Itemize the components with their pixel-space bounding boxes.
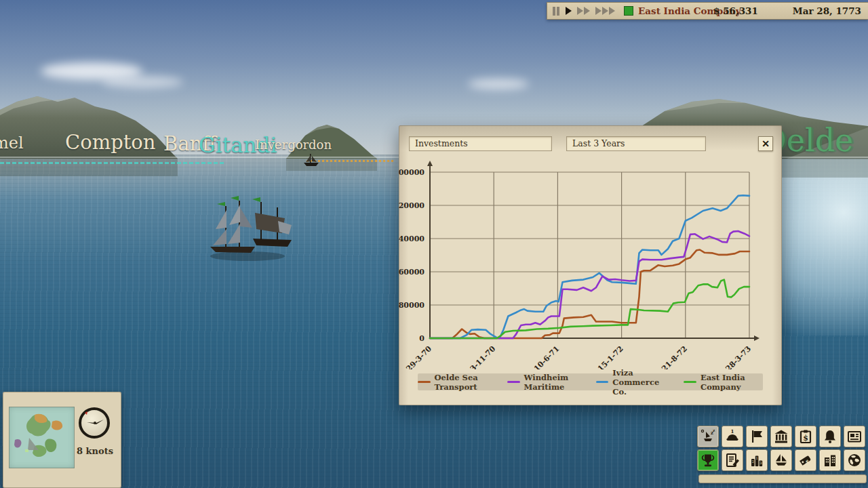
svg-text:15-1-72: 15-1-72 — [596, 344, 625, 369]
svg-text:80000: 80000 — [399, 301, 425, 310]
bank-icon — [773, 428, 789, 445]
svg-text:$: $ — [803, 434, 808, 443]
svg-text:21-8-72: 21-8-72 — [660, 344, 689, 369]
svg-text:29-3-70: 29-3-70 — [404, 344, 433, 369]
minimized-panel-bar[interactable] — [698, 474, 867, 483]
svg-text:1: 1 — [731, 428, 734, 434]
legend-label: Oelde Sea Transport — [435, 373, 498, 392]
town-label-mel[interactable]: mel — [0, 134, 24, 152]
svg-text:3-11-70: 3-11-70 — [469, 344, 498, 369]
svg-text:320000: 320000 — [399, 201, 425, 210]
toolbar-button-flag[interactable] — [746, 426, 768, 447]
player-ships[interactable] — [190, 187, 292, 267]
legend-item: Windheim Maritime — [507, 373, 587, 392]
town-label-invergordon[interactable]: Invergordon — [255, 138, 332, 152]
statistics-icon: 213 — [749, 452, 765, 468]
world-map-icon — [846, 452, 863, 468]
toolbar-button-fleet[interactable] — [770, 449, 792, 471]
legend-item: Iviza Commerce Co. — [596, 368, 675, 396]
legend-item: Oelde Sea Transport — [418, 373, 498, 392]
svg-text:400000: 400000 — [399, 168, 425, 177]
toolbar-button-city-overview[interactable] — [819, 449, 841, 471]
minimap-panel: 8 knots — [3, 392, 121, 488]
legend-swatch — [418, 381, 431, 383]
legend-swatch — [684, 381, 696, 383]
money-display: $ 56,331 — [702, 5, 770, 16]
statistics-panel: Investments Last 3 Years ✕ 0800001600002… — [399, 125, 782, 405]
date-display: Mar 28, 1773 — [793, 5, 861, 16]
toolbar-row-2: 213$ — [697, 449, 865, 471]
finances-icon: $ — [797, 428, 814, 445]
speed-controls — [553, 7, 616, 16]
company-color-chip — [624, 6, 633, 16]
svg-text:2: 2 — [752, 460, 754, 464]
toolbar-button-bank[interactable] — [770, 426, 792, 447]
pause-button[interactable] — [553, 7, 561, 16]
svg-text:10-6-71: 10-6-71 — [532, 344, 561, 369]
legend-swatch — [507, 381, 520, 383]
contracts-icon — [724, 452, 741, 468]
moored-ship-icon: zz — [700, 428, 716, 445]
svg-text:0: 0 — [419, 334, 425, 343]
investments-chart: 08000016000024000032000040000029-3-703-1… — [399, 125, 782, 369]
svg-text:160000: 160000 — [399, 268, 425, 277]
achievements-icon — [700, 452, 716, 468]
legend-item: East India Company — [684, 373, 763, 392]
fleet-icon — [773, 452, 789, 468]
svg-text:240000: 240000 — [399, 235, 425, 243]
svg-text:28-3-73: 28-3-73 — [724, 344, 753, 369]
toolbar-button-contracts[interactable] — [722, 449, 743, 471]
flag-icon — [749, 428, 765, 445]
distant-ship[interactable] — [301, 152, 321, 168]
town-label-compton[interactable]: Compton — [65, 131, 156, 154]
trade-route-line — [0, 162, 224, 164]
game-screen: mel Compton Banff Gitandi Invergordon Oe… — [0, 0, 868, 488]
toolbar-button-captain[interactable]: 1 — [722, 426, 743, 447]
toolbar-button-achievements[interactable] — [697, 449, 719, 471]
play-button[interactable] — [566, 7, 572, 15]
svg-text:3: 3 — [760, 461, 762, 465]
toolbar-button-statistics[interactable]: 213 — [746, 449, 768, 471]
toolbar-button-newspaper[interactable] — [844, 426, 865, 447]
newspaper-icon — [846, 428, 863, 445]
legend-label: Windheim Maritime — [524, 373, 587, 392]
speed-knots-label: 8 knots — [73, 446, 117, 456]
svg-text:z: z — [713, 428, 715, 432]
legend-label: East India Company — [701, 373, 763, 392]
legend-swatch — [596, 381, 609, 383]
compass — [79, 407, 110, 439]
fastest-forward-button[interactable] — [595, 7, 616, 15]
svg-text:1: 1 — [756, 456, 758, 460]
toolbar-row-1: zz1$ — [697, 426, 865, 447]
status-bar: East India Company $ 56,331 Mar 28, 1773 — [547, 2, 868, 20]
toolbar-button-moored-ship[interactable]: zz — [697, 426, 719, 447]
toolbar-button-trade-prices[interactable]: $ — [795, 449, 816, 471]
legend-label: Iviza Commerce Co. — [612, 368, 674, 396]
chart-legend: Oelde Sea TransportWindheim MaritimeIviz… — [418, 373, 763, 390]
toolbar-button-world-map[interactable] — [844, 449, 865, 471]
captain-icon: 1 — [724, 428, 741, 445]
toolbar-button-notifications[interactable] — [819, 426, 841, 447]
toolbar-button-finances[interactable]: $ — [795, 426, 816, 447]
trade-prices-icon: $ — [797, 452, 814, 468]
city-overview-icon — [822, 452, 838, 468]
svg-text:$: $ — [806, 458, 810, 465]
notifications-icon — [822, 428, 838, 445]
fast-forward-button[interactable] — [577, 7, 591, 15]
minimap[interactable] — [9, 407, 75, 468]
